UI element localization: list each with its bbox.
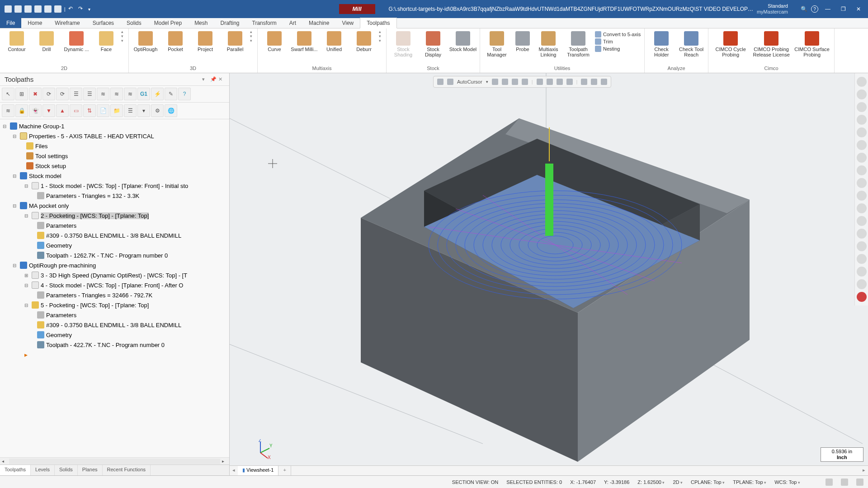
rv-icon-16[interactable] (857, 267, 867, 277)
status-tplane[interactable]: TPLANE: Top (733, 479, 766, 485)
status-mode[interactable]: 2D (673, 479, 683, 485)
tree-op2-params[interactable]: Parameters (46, 222, 76, 229)
ac-icon-8[interactable] (566, 79, 573, 85)
tree-op2-tool[interactable]: #309 - 0.3750 BALL ENDMILL - 3/8 BALL EN… (46, 232, 181, 239)
ac-lock-icon[interactable] (437, 79, 443, 85)
rv-icon-6[interactable] (857, 140, 867, 150)
tree-toggle[interactable]: ⊟ (13, 174, 18, 178)
tb2-sort-icon[interactable]: ⇅ (83, 104, 96, 117)
ac-dropdown-icon[interactable]: ▾ (486, 80, 488, 84)
contour-button[interactable]: Contour (2, 29, 32, 54)
tree-files[interactable]: Files (35, 143, 47, 150)
tree-toggle[interactable]: ⊟ (13, 263, 18, 268)
open-icon[interactable] (24, 5, 32, 13)
panel-close-icon[interactable]: ✕ (218, 76, 225, 83)
multiaxis-linking-button[interactable]: Multiaxis Linking (533, 29, 563, 59)
add-viewsheet-button[interactable]: + (278, 466, 291, 475)
tree-op5-params[interactable]: Parameters (46, 312, 76, 319)
tb2-down-icon[interactable]: ▼ (42, 104, 55, 117)
tab-modelprep[interactable]: Model Prep (148, 18, 188, 28)
status-wcs[interactable]: WCS: Top (774, 479, 800, 485)
tree-op5-geom[interactable]: Geometry (46, 332, 72, 338)
tree-tool-settings[interactable]: Tool settings (35, 153, 68, 160)
new-icon[interactable] (5, 5, 12, 13)
workspace-label[interactable]: Standard (768, 3, 788, 9)
tab-toolpaths[interactable]: Toolpaths (360, 18, 396, 28)
mymastercam-link[interactable]: myMastercam (757, 9, 788, 15)
face-button[interactable]: Face (91, 29, 121, 54)
scroll-right-icon[interactable]: ▸ (222, 459, 227, 464)
tree-op4-params[interactable]: Parameters - Triangles = 32466 - 792.7K (46, 292, 152, 299)
tb-display-icon[interactable]: ≋ (97, 88, 109, 100)
status-cplane[interactable]: CPLANE: Top (691, 479, 725, 485)
tb2-drop-icon[interactable]: ▾ (137, 104, 150, 117)
ac-icon-1[interactable] (492, 79, 498, 85)
save-icon[interactable] (14, 5, 22, 13)
status-section-view[interactable]: SECTION VIEW: ON (452, 479, 498, 485)
rv-record-icon[interactable] (857, 292, 867, 302)
panel-dropdown-icon[interactable]: ▾ (202, 76, 208, 83)
ac-icon-7[interactable] (557, 79, 563, 85)
tree-toggle[interactable]: ⊟ (13, 203, 18, 208)
ac-icon-9[interactable] (581, 79, 587, 85)
tab-transform[interactable]: Transform (246, 18, 283, 28)
insert-arrow-icon[interactable]: ▸ (24, 351, 28, 358)
search-icon[interactable]: 🔍 (801, 6, 807, 12)
tree-toggle[interactable]: ⊟ (24, 283, 30, 288)
probe-button[interactable]: Probe (512, 29, 533, 54)
undo-icon[interactable]: ↶ (68, 5, 75, 13)
tree-op5[interactable]: 5 - Pocketing - [WCS: Top] - [Tplane: To… (41, 302, 149, 309)
tree-hscroll[interactable]: ◂ ▸ (0, 457, 229, 465)
tab-file[interactable]: File (0, 18, 21, 28)
vs-prev-icon[interactable]: ◂ (230, 466, 238, 475)
tb-regen-icon[interactable]: ⟳ (42, 88, 55, 100)
cimco-surface-button[interactable]: CIMCO Surface Probing (792, 29, 832, 59)
ac-flag-icon[interactable] (447, 79, 453, 85)
3d-gallery-up[interactable]: ▴ (250, 29, 255, 34)
rv-icon-9[interactable] (857, 178, 867, 188)
qat-dropdown-icon[interactable]: ▾ (88, 7, 90, 12)
tb2-rect-icon[interactable]: ▭ (70, 104, 82, 117)
ma-gallery-down[interactable]: ▾ (379, 34, 384, 38)
tb-post-icon[interactable]: ⚡ (151, 88, 164, 100)
operations-tree[interactable]: ⊟Machine Group-1 ⊟Properties - 5 - AXIS … (0, 119, 229, 457)
2d-gallery-up[interactable]: ▴ (121, 29, 127, 34)
tb-tree2-icon[interactable]: ☰ (83, 88, 96, 100)
tb2-ghost-icon[interactable]: 👻 (29, 104, 42, 117)
ac-icon-4[interactable] (522, 79, 528, 85)
tab-machine[interactable]: Machine (302, 18, 335, 28)
status-z[interactable]: Z: 1.62500 (637, 479, 665, 485)
rv-icon-8[interactable] (857, 165, 867, 175)
tree-op5-tp[interactable]: Toolpath - 422.7K - T.NC - Program numbe… (46, 342, 165, 348)
rv-zoom-fit-icon[interactable] (857, 77, 867, 87)
panel-pin-icon[interactable]: 📌 (210, 76, 217, 83)
tree-op2-tp[interactable]: Toolpath - 1262.7K - T.NC - Program numb… (46, 252, 168, 259)
unified-button[interactable]: Unified (319, 29, 349, 54)
print-icon[interactable] (34, 5, 42, 13)
panel-tab-planes[interactable]: Planes (78, 465, 103, 475)
tab-wireframe[interactable]: Wireframe (48, 18, 86, 28)
tb-x-icon[interactable]: ✖ (29, 88, 42, 100)
sb-icon-1[interactable] (826, 479, 833, 486)
nesting-button[interactable]: Nesting (595, 46, 641, 52)
autocursor-toolbar[interactable]: AutoCursor ▾ | | (433, 76, 611, 88)
tree-op2-geom[interactable]: Geometry (46, 242, 72, 249)
tb2-settings-icon[interactable]: ⚙ (151, 104, 164, 117)
tab-home[interactable]: Home (21, 18, 48, 28)
rv-icon-12[interactable] (857, 216, 867, 226)
tb-display3-icon[interactable]: ≋ (124, 88, 137, 100)
tb2-up-icon[interactable]: ▲ (56, 104, 69, 117)
tb2-lock-icon[interactable]: 🔒 (15, 104, 28, 117)
vs-next-icon[interactable]: ▸ (860, 466, 868, 475)
ac-icon-5[interactable] (537, 79, 543, 85)
cimco-cycle-button[interactable]: CIMCO Cycle Probing (710, 29, 751, 59)
tree-properties[interactable]: Properties - 5 - AXIS TABLE - HEAD VERTI… (29, 133, 154, 140)
tree-op3[interactable]: 3 - 3D High Speed (Dynamic OptiRest) - [… (41, 272, 187, 279)
tree-op1[interactable]: 1 - Stock model - [WCS: Top] - [Tplane: … (41, 183, 188, 189)
tree-optirough-grp[interactable]: OptiRough pre-machining (29, 262, 96, 269)
tb2-doc-icon[interactable]: 📄 (97, 104, 109, 117)
rv-icon-17[interactable] (857, 279, 867, 289)
tb-edit-icon[interactable]: ✎ (165, 88, 177, 100)
sb-icon-3[interactable] (856, 479, 863, 486)
optirough-button[interactable]: OptiRough (131, 29, 160, 54)
